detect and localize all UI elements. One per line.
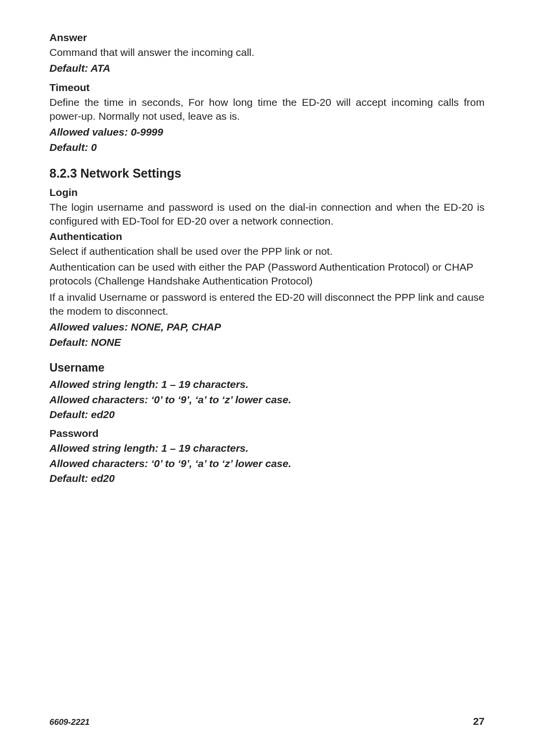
default-password: Default: ed20 <box>49 472 485 485</box>
default-answer: Default: ATA <box>49 61 485 75</box>
page-footer: 6609-2221 27 <box>49 715 485 727</box>
spacer <box>49 423 485 427</box>
heading-login: Login <box>49 187 485 198</box>
heading-answer: Answer <box>49 32 485 44</box>
allowed-length-username: Allowed string length: 1 – 19 characters… <box>49 378 485 391</box>
paragraph-timeout-desc: Define the time in seconds, For how long… <box>49 95 485 124</box>
allowed-auth: Allowed values: NONE, PAP, CHAP <box>49 320 485 334</box>
heading-password: Password <box>49 427 485 439</box>
default-auth: Default: NONE <box>49 335 485 349</box>
heading-network-settings: 8.2.3 Network Settings <box>49 166 485 181</box>
paragraph-auth-line2: Authentication can be used with either t… <box>49 260 485 288</box>
spacer <box>49 77 485 82</box>
default-timeout: Default: 0 <box>49 141 485 154</box>
document-page: Answer Command that will answer the inco… <box>0 0 534 756</box>
spacer <box>49 350 485 361</box>
heading-timeout: Timeout <box>49 82 485 94</box>
spacer <box>49 155 485 166</box>
heading-username: Username <box>49 361 485 375</box>
allowed-chars-username: Allowed characters: ‘0’ to ‘9’, ‘a’ to ‘… <box>49 393 485 407</box>
allowed-length-password: Allowed string length: 1 – 19 characters… <box>49 441 485 455</box>
paragraph-login-desc: The login username and password is used … <box>49 200 485 229</box>
footer-doc-id: 6609-2221 <box>49 717 89 727</box>
default-username: Default: ed20 <box>49 408 485 422</box>
footer-page-number: 27 <box>473 715 485 727</box>
paragraph-answer-desc: Command that will answer the incoming ca… <box>49 46 485 59</box>
allowed-chars-password: Allowed characters: ‘0’ to ‘9’, ‘a’ to ‘… <box>49 457 485 471</box>
paragraph-auth-line1: Select if authentication shall be used o… <box>49 244 485 258</box>
allowed-timeout: Allowed values: 0-9999 <box>49 125 485 139</box>
heading-authentication: Authentication <box>49 231 485 242</box>
paragraph-auth-line3: If a invalid Username or password is ent… <box>49 290 485 319</box>
